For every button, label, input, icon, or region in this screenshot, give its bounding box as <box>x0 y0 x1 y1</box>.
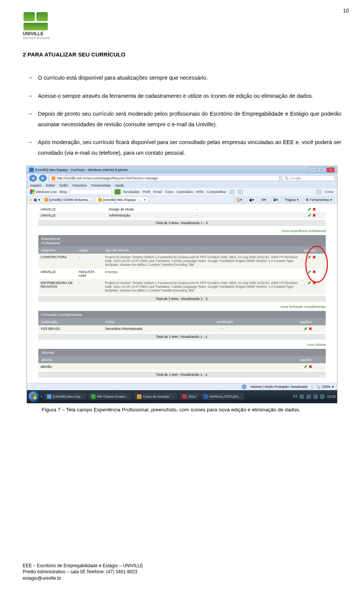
univille-logo: UNIVILLE UNIVERSIDADE <box>23 11 341 40</box>
cell: UNIVILLE <box>38 206 107 212</box>
browser-tab[interactable]: [Univille] ADMIN Enturma ... <box>42 197 94 203</box>
edit-icon[interactable] <box>304 365 308 369</box>
entrar-link[interactable]: Entrar <box>325 190 334 194</box>
menu-item[interactable]: Favoritos <box>73 184 87 187</box>
delete-icon[interactable]: ✖ <box>312 270 316 278</box>
taskbar-button[interactable]: RM Classis Ensino ... <box>88 393 133 400</box>
url-input[interactable]: http://univille.edu.br/account/estagio/R… <box>49 175 279 181</box>
menu-item[interactable]: Ajuda <box>115 184 124 187</box>
bing-input[interactable] <box>70 189 111 195</box>
block-header-formacao: Formação Complementar <box>38 311 326 318</box>
globe-icon <box>242 384 246 389</box>
menu-item[interactable]: Ferramentas <box>91 184 111 187</box>
tab-close-icon[interactable]: × <box>143 198 146 202</box>
status-text: Internet | Modo Protegido: Desativado <box>250 385 308 389</box>
live-sync-icon[interactable] <box>316 190 322 194</box>
window-titlebar: [Univille] Meu Espaço : Currículo - Wind… <box>27 166 337 174</box>
live-mail-icon[interactable] <box>238 190 243 194</box>
page-menu[interactable]: Página ▾ <box>282 197 301 202</box>
browser-screenshot: [Univille] Meu Espaço : Currículo - Wind… <box>27 166 337 403</box>
delete-icon[interactable]: ✖ <box>309 327 312 331</box>
menu-item[interactable]: Exibir <box>60 184 68 187</box>
tray-icon[interactable] <box>300 394 304 399</box>
cell: UNIVILLE <box>38 212 107 218</box>
bing-search-button[interactable] <box>115 189 121 195</box>
table-row: alemão ✖ <box>38 363 326 370</box>
live-item[interactable]: Compartilhar <box>207 190 226 194</box>
new-idioma-link[interactable]: novo idioma <box>27 343 326 347</box>
delete-icon[interactable]: ✖ <box>309 365 312 369</box>
start-button[interactable] <box>28 391 39 402</box>
page-number: 10 <box>343 8 349 14</box>
taskbar-button[interactable]: [Univille] Meu Esp... <box>44 393 86 400</box>
edit-icon[interactable] <box>308 207 311 211</box>
lang-indicator[interactable]: PT <box>293 395 298 398</box>
delete-icon[interactable]: ✖ <box>312 213 316 217</box>
window-title: [Univille] Meu Espaço : Currículo - Wind… <box>35 168 128 172</box>
cell: CONSTRUTORA <box>38 254 76 268</box>
bullet-list: O currículo está disponível para atualiz… <box>23 73 341 158</box>
cell: - <box>220 325 303 332</box>
delete-icon[interactable]: ✖ <box>312 255 316 267</box>
new-formacao-link[interactable]: nova formação complementar <box>27 305 326 309</box>
menu-item[interactable]: Editar <box>46 184 55 187</box>
edit-icon[interactable] <box>308 255 311 259</box>
total-bar: Total de 1 item. Visualizando 1 - 1. <box>38 334 326 340</box>
new-experience-link[interactable]: nova experiência profissional <box>27 229 326 233</box>
tray-icon[interactable] <box>320 394 325 399</box>
windows-flag-icon <box>30 190 35 194</box>
edit-icon[interactable] <box>308 281 311 285</box>
url-text: http://univille.edu.br/account/estagio/R… <box>57 176 158 180</box>
address-bar: ◄ ► http://univille.edu.br/account/estag… <box>27 174 337 183</box>
live-item[interactable]: Novidades <box>124 190 140 194</box>
delete-icon[interactable]: ✖ <box>312 207 316 211</box>
clock[interactable]: 12:03 <box>327 395 336 398</box>
maximize-button[interactable]: □ <box>317 167 326 173</box>
delete-icon[interactable]: ✖ <box>312 281 316 292</box>
live-item[interactable]: Perfil <box>143 190 151 194</box>
close-button[interactable]: X <box>326 167 335 173</box>
column-header: instituição curso certificado opções <box>38 318 326 325</box>
table-row: CONSTRUTORA - Project-Id-Version: Smarty… <box>38 254 326 268</box>
bullet-item: Acesse-o sempre através da ferramenta de… <box>38 91 341 102</box>
feeds-button[interactable]: ▣▾ <box>246 197 257 202</box>
live-item[interactable]: Email <box>154 190 162 194</box>
taskbar-button[interactable]: MANUAL ESTUDA... <box>201 393 245 400</box>
site-icon <box>52 176 55 180</box>
back-button[interactable]: ◄ <box>29 175 37 182</box>
column-header: empresa cargo tipo de vínculo opções <box>38 246 326 254</box>
edit-icon[interactable] <box>308 213 311 217</box>
cell: - <box>194 206 307 212</box>
menu-item[interactable]: Arquivo <box>30 184 42 187</box>
live-item[interactable]: Calendário <box>177 190 193 194</box>
forward-button[interactable]: ► <box>39 175 47 182</box>
tools-menu[interactable]: ⚙ Ferramentas ▾ <box>303 197 335 202</box>
tab-icon <box>44 198 48 202</box>
cell: alemão <box>38 363 303 370</box>
home-button[interactable]: 🏠▾ <box>234 197 245 202</box>
live-share-icon[interactable] <box>229 190 235 194</box>
favorites-icon[interactable]: ★ <box>29 198 32 202</box>
logo-subtext: UNIVERSIDADE <box>23 36 341 40</box>
live-item[interactable]: Fotos <box>165 190 174 194</box>
edit-icon[interactable] <box>304 327 308 331</box>
browser-tab-active[interactable]: [Univille] Meu Espaço : ... × <box>96 197 148 203</box>
print-button[interactable]: 🖶▾ <box>270 197 281 202</box>
grid-icon[interactable]: ▦ ▾ <box>34 198 40 202</box>
edit-icon[interactable] <box>308 270 311 274</box>
minimize-button[interactable]: — <box>308 167 317 173</box>
cell: UNIVILLE <box>38 268 76 279</box>
tray-icon[interactable] <box>306 394 311 399</box>
zoom-control[interactable]: 🔍 100% ▾ <box>316 385 334 389</box>
block-header-experience: Experiência Profissional <box>38 235 326 246</box>
taskbar-button[interactable]: Caixa de entrada - ... <box>134 393 178 400</box>
search-input[interactable]: 🔍 Google <box>282 175 335 181</box>
tray-icon[interactable] <box>313 394 318 399</box>
tab-bar: ★ ▦ ▾ [Univille] ADMIN Enturma ... [Univ… <box>27 196 337 204</box>
tab-icon <box>98 198 102 202</box>
table-row: YES BRASIL Secretária Informatizada - ✖ <box>38 325 326 332</box>
cell: YES BRASIL <box>38 325 103 332</box>
live-item[interactable]: MSN <box>196 190 204 194</box>
taskbar-button[interactable]: BOU <box>179 393 199 400</box>
mail-button[interactable]: ✉▾ <box>259 197 269 202</box>
